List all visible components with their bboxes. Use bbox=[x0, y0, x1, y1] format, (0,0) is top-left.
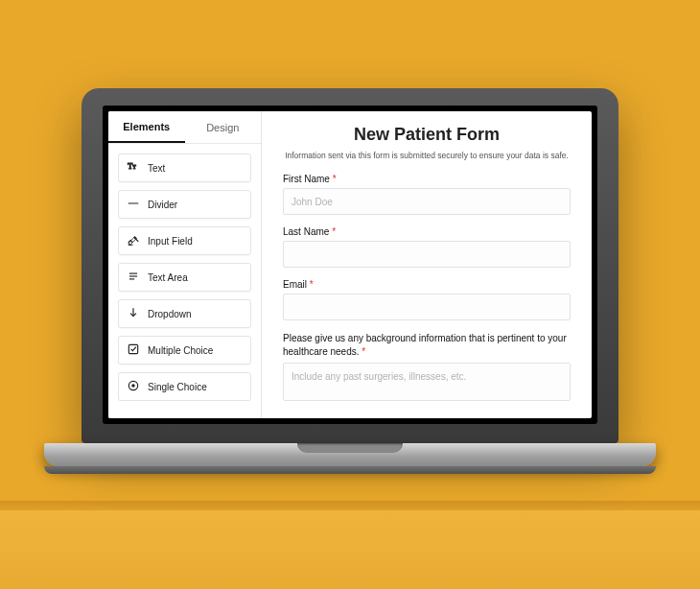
tab-label: Elements bbox=[123, 121, 170, 132]
label-text: Email bbox=[283, 279, 307, 290]
form-builder-app: Elements Design T T bbox=[108, 111, 592, 418]
laptop-bezel: Elements Design T T bbox=[82, 88, 618, 443]
svg-text:T: T bbox=[128, 162, 132, 171]
element-label: Input Field bbox=[148, 236, 193, 247]
dropdown-icon bbox=[127, 306, 140, 321]
divider-icon bbox=[127, 197, 140, 212]
shelf bbox=[0, 501, 700, 589]
field-last-name: Last Name * bbox=[283, 226, 571, 268]
required-marker: * bbox=[310, 279, 314, 290]
field-label: Email * bbox=[283, 279, 571, 290]
required-marker: * bbox=[332, 226, 336, 237]
element-single-choice[interactable]: Single Choice bbox=[118, 372, 251, 401]
svg-rect-7 bbox=[128, 344, 137, 353]
label-text: Please give us any background informatio… bbox=[283, 333, 567, 357]
background-textarea[interactable] bbox=[283, 363, 571, 401]
field-label: Last Name * bbox=[283, 226, 571, 237]
laptop-screen: Elements Design T T bbox=[103, 106, 597, 424]
input-field-icon bbox=[127, 233, 140, 248]
element-dropdown[interactable]: Dropdown bbox=[118, 299, 251, 328]
form-intro: Information sent via this form is submit… bbox=[283, 151, 571, 160]
laptop-base bbox=[44, 466, 656, 474]
tab-design[interactable]: Design bbox=[185, 111, 262, 143]
multiple-choice-icon bbox=[127, 342, 140, 358]
element-multiple-choice[interactable]: Multiple Choice bbox=[118, 336, 251, 365]
svg-text:T: T bbox=[132, 164, 136, 170]
tab-elements[interactable]: Elements bbox=[108, 111, 185, 143]
elements-list: T T Text Divider bbox=[108, 144, 261, 401]
svg-point-9 bbox=[131, 384, 135, 388]
required-marker: * bbox=[362, 346, 365, 357]
field-label: First Name * bbox=[283, 174, 571, 184]
text-area-icon bbox=[127, 270, 140, 285]
element-label: Divider bbox=[148, 200, 177, 210]
sidebar: Elements Design T T bbox=[108, 111, 262, 418]
field-first-name: First Name * bbox=[283, 174, 571, 215]
element-text[interactable]: T T Text bbox=[118, 153, 251, 182]
element-label: Multiple Choice bbox=[148, 345, 213, 356]
field-background: Please give us any background informatio… bbox=[283, 332, 571, 403]
element-label: Single Choice bbox=[148, 382, 207, 392]
last-name-input[interactable] bbox=[283, 241, 571, 268]
tab-label: Design bbox=[206, 122, 239, 133]
element-divider[interactable]: Divider bbox=[118, 190, 251, 219]
field-label: Please give us any background informatio… bbox=[283, 332, 571, 359]
form-title: New Patient Form bbox=[283, 125, 571, 145]
element-input-field[interactable]: Input Field bbox=[118, 226, 251, 255]
single-choice-icon bbox=[127, 379, 140, 394]
required-marker: * bbox=[333, 174, 337, 184]
laptop-hinge bbox=[44, 443, 656, 466]
label-text: Last Name bbox=[283, 226, 329, 237]
first-name-input[interactable] bbox=[283, 188, 571, 215]
text-icon: T T bbox=[127, 160, 140, 176]
form-canvas[interactable]: New Patient Form Information sent via th… bbox=[262, 111, 592, 418]
email-input[interactable] bbox=[283, 294, 571, 320]
label-text: First Name bbox=[283, 174, 330, 184]
element-label: Text Area bbox=[148, 272, 188, 283]
element-label: Dropdown bbox=[148, 309, 192, 319]
field-email: Email * bbox=[283, 279, 571, 320]
element-text-area[interactable]: Text Area bbox=[118, 263, 251, 292]
element-label: Text bbox=[148, 163, 165, 174]
laptop-frame: Elements Design T T bbox=[82, 88, 618, 443]
sidebar-tabs: Elements Design bbox=[108, 111, 261, 144]
